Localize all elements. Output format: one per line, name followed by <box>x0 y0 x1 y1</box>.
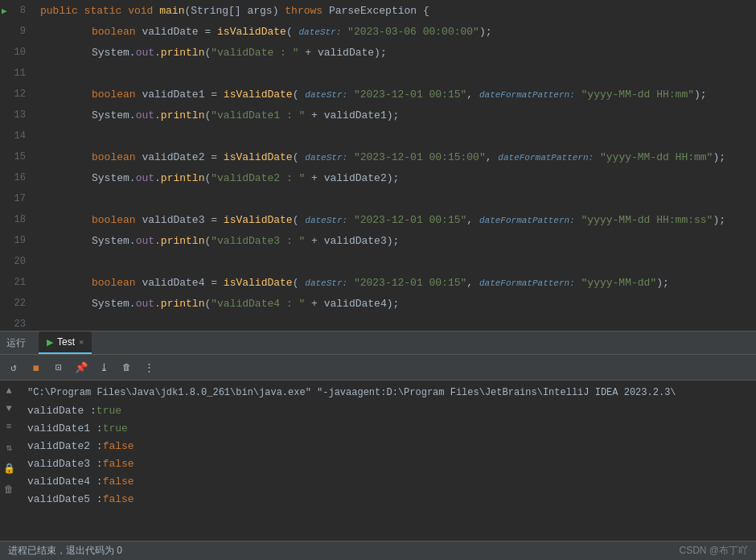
code-token: println <box>161 109 205 121</box>
output-value: true <box>103 422 128 434</box>
code-line: 23 <box>0 314 756 331</box>
rerun-button[interactable]: ↺ <box>5 359 23 377</box>
line-number: 21 <box>0 277 34 288</box>
code-token: System <box>92 235 129 247</box>
code-token: + validDate2); <box>305 172 399 184</box>
code-line: 14 <box>0 126 756 146</box>
scroll-to-end-button[interactable]: ⤓ <box>95 359 113 377</box>
code-token: isValidDate <box>224 214 293 226</box>
code-line: 15boolean validDate2 = isValidDate( date… <box>0 146 756 167</box>
output-label: validDate : <box>27 405 97 417</box>
code-token: isValidDate <box>217 26 286 38</box>
test-tab[interactable]: ▶ Test × <box>39 331 92 354</box>
scroll-down-icon[interactable]: ▼ <box>2 401 16 416</box>
output-value-line: validDate2 : false <box>27 437 750 455</box>
line-content: System.out.println("validDate4 : " + val… <box>34 298 756 310</box>
pin-button[interactable]: 📌 <box>72 359 90 377</box>
output-side-panel: ▲ ▼ ≡ ⇅ 🔒 🗑 <box>0 381 21 541</box>
line-content: boolean validDate1 = isValidDate( dateSt… <box>34 89 756 101</box>
code-token: println <box>161 235 205 247</box>
code-token: out <box>136 172 154 184</box>
restore-layout-button[interactable]: ⊡ <box>50 359 68 377</box>
code-token: validDate3 <box>142 214 204 226</box>
code-token: out <box>136 109 154 121</box>
line-number: 9 <box>0 26 34 37</box>
code-token: dateStr: <box>298 27 341 37</box>
code-token: out <box>136 235 154 247</box>
sort-icon[interactable]: ⇅ <box>2 440 16 455</box>
lock-icon[interactable]: 🔒 <box>2 461 16 476</box>
code-token: (String[] args) <box>184 5 285 17</box>
tab-icon: ▶ <box>47 337 53 348</box>
code-line: 12boolean validDate1 = isValidDate( date… <box>0 84 756 105</box>
code-token: dateStr: <box>305 216 347 225</box>
filter-icon[interactable]: ≡ <box>2 419 16 434</box>
line-number: 23 <box>0 319 34 330</box>
run-gutter-icon[interactable]: ▶ <box>2 6 7 16</box>
code-line: 10System.out.println("validDate : " + va… <box>0 42 756 63</box>
line-number: 20 <box>0 256 34 267</box>
code-token: "2023-03-06 00:00:00" <box>341 26 479 38</box>
code-token: = <box>204 214 223 226</box>
code-token: + validDate4); <box>305 298 399 310</box>
code-token: boolean <box>92 89 142 101</box>
watermark-text: CSDN @布丁吖 <box>679 544 748 558</box>
line-number: 22 <box>0 298 34 309</box>
code-token: throws <box>285 5 329 17</box>
code-token: "validDate1 : " <box>211 109 305 121</box>
code-token: . <box>154 235 161 247</box>
code-token: + validDate3); <box>305 235 399 247</box>
code-token: , <box>466 277 479 289</box>
code-token: + validDate); <box>298 47 386 59</box>
code-token: boolean <box>92 277 142 289</box>
output-value-line: validDate5 : false <box>27 490 750 508</box>
code-token: validDate <box>142 26 198 38</box>
console-toolbar: ↺ ◼ ⊡ 📌 ⤓ 🗑 ⋮ <box>0 355 756 381</box>
code-token: , <box>466 214 479 226</box>
output-label: validDate4 : <box>27 476 103 488</box>
clear-button[interactable]: 🗑 <box>117 359 135 377</box>
line-content: boolean validDate4 = isValidDate( dateSt… <box>34 277 756 289</box>
line-number: 15 <box>0 151 34 163</box>
code-editor[interactable]: ▶8public static void main(String[] args)… <box>0 0 756 331</box>
code-token: ); <box>656 277 669 289</box>
code-line: 17 <box>0 188 756 209</box>
code-token: . <box>129 298 136 310</box>
code-token: out <box>136 47 154 59</box>
code-line: ▶8public static void main(String[] args)… <box>0 0 756 21</box>
code-token: ( <box>293 214 306 226</box>
line-content: System.out.println("validDate1 : " + val… <box>34 109 756 121</box>
code-token: , <box>466 89 479 101</box>
code-token: dateStr: <box>305 90 347 100</box>
code-token: "yyyy-MM-dd" <box>575 277 656 289</box>
code-token: System <box>92 109 129 121</box>
code-token: void <box>128 5 159 17</box>
code-token: "2023-12-01 00:15" <box>347 277 466 289</box>
code-token: . <box>129 235 136 247</box>
code-token: ( <box>293 277 306 289</box>
code-token: ); <box>479 26 492 38</box>
scroll-up-icon[interactable]: ▲ <box>2 384 16 398</box>
code-token: println <box>161 298 205 310</box>
settings-button[interactable]: ⋮ <box>140 359 158 377</box>
output-value: false <box>103 458 134 470</box>
ide-window: ▶8public static void main(String[] args)… <box>0 0 756 560</box>
delete-icon[interactable]: 🗑 <box>2 482 16 496</box>
code-token: "yyyy-MM-dd HH:mm:ss" <box>575 214 713 226</box>
cmd-output-line: "C:\Program Files\Java\jdk1.8.0_261\bin\… <box>27 384 750 401</box>
code-token: "2023-12-01 00:15:00" <box>347 151 486 163</box>
code-token: main <box>159 5 184 17</box>
tab-close-button[interactable]: × <box>79 337 84 347</box>
line-content: boolean validDate = isValidDate( dateStr… <box>34 26 756 38</box>
code-token: dateFormatPattern: <box>498 153 594 163</box>
line-content: System.out.println("validDate : " + vali… <box>34 47 756 59</box>
output-label: validDate3 : <box>27 458 103 470</box>
line-number: 14 <box>0 130 34 142</box>
code-token: + validDate1); <box>305 109 399 121</box>
code-token: ParseException { <box>329 5 429 17</box>
code-line: 21boolean validDate4 = isValidDate( date… <box>0 272 756 293</box>
status-bar: 进程已结束，退出代码为 0 CSDN @布丁吖 <box>0 541 756 560</box>
code-line: 18boolean validDate3 = isValidDate( date… <box>0 209 756 230</box>
stop-button[interactable]: ◼ <box>27 359 45 377</box>
code-token: println <box>161 47 205 59</box>
